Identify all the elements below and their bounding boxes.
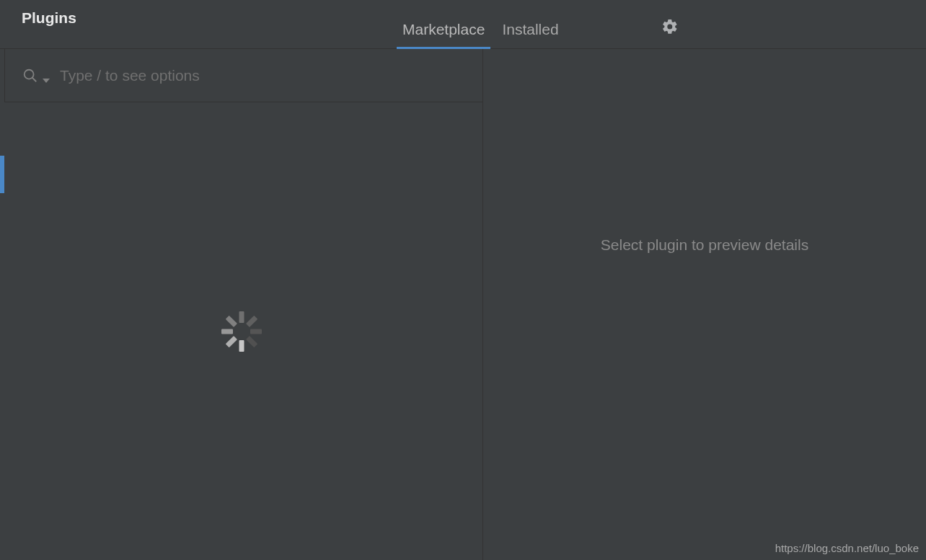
tab-installed[interactable]: Installed (502, 21, 558, 48)
watermark-text: https://blog.csdn.net/luo_boke (775, 542, 919, 554)
search-input[interactable] (60, 67, 482, 84)
loading-spinner-icon (221, 311, 262, 352)
loading-area (0, 102, 482, 560)
plugin-list-panel (0, 49, 483, 560)
tabs-container: Marketplace Installed (402, 21, 559, 48)
search-icon (22, 68, 38, 84)
svg-point-0 (25, 69, 34, 79)
plugin-details-panel: Select plugin to preview details (483, 49, 926, 560)
page-title: Plugins (22, 9, 76, 27)
empty-details-message: Select plugin to preview details (601, 236, 808, 254)
search-row (4, 49, 482, 102)
gear-icon[interactable] (661, 18, 679, 35)
tab-marketplace[interactable]: Marketplace (402, 21, 485, 48)
svg-line-1 (32, 77, 37, 81)
chevron-down-icon[interactable] (43, 74, 50, 81)
